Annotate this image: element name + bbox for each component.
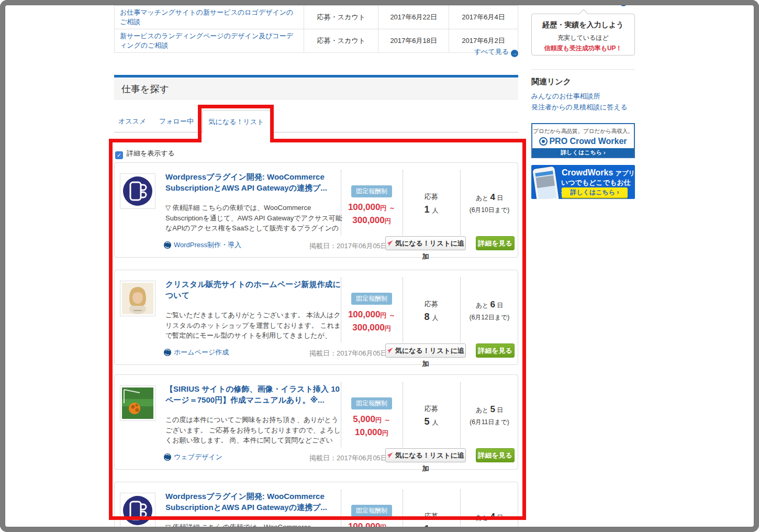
consultation-link[interactable]: お仕事マッチングサイトの新サービスのロゴデザインのご相談 (120, 8, 293, 26)
applicants-column: 応募 5 人 (403, 375, 460, 427)
add-to-watchlist-button[interactable]: 気になる！リストに追加 (385, 236, 466, 250)
category-link[interactable]: ホームページ作成 (164, 348, 229, 357)
job-thumbnail-logo[interactable] (120, 493, 155, 528)
consultation-type: 応募・スカウト (304, 29, 378, 53)
checkbox-checked-icon[interactable] (115, 151, 123, 159)
price-to: 10,000 (355, 427, 382, 437)
job-thumbnail-soccer[interactable] (120, 385, 155, 421)
consultation-date: 2017年6月22日 (378, 6, 449, 29)
yen-label: 円 (385, 325, 391, 332)
deadline-column: あと 5 日 (6月11日まで) (460, 375, 519, 427)
range-label: ～ (384, 416, 390, 424)
enrich-profile-label: プロフィールを充実させる (534, 0, 618, 5)
pro-banner-brand: PRO Crowd Worker (532, 137, 634, 146)
add-to-watchlist-button[interactable]: 気になる！リストに追加 (385, 343, 466, 358)
tooltip-highlight: 信頼度も受注成功率もUP！ (532, 44, 634, 53)
price-from: 5,000 (353, 414, 375, 424)
annotation-tab-box-left (198, 105, 202, 142)
show-details-toggle[interactable]: 詳細を表示する (115, 149, 175, 159)
consultation-link[interactable]: 新サービスのランディングページのデザイン及びコーディングのご相談 (120, 32, 293, 49)
enrich-profile-link[interactable]: プロフィールを充実させる (534, 0, 627, 6)
show-details-label: 詳細を表示する (127, 149, 175, 157)
applicants-label: 応募 (403, 404, 460, 414)
profile-tooltip: 経歴・実績を入力しよう 充実しているほど 信頼度も受注成功率もUP！ (531, 14, 635, 56)
add-to-watchlist-button[interactable]: 気になる！リストに追加 (385, 448, 466, 462)
smartphone-icon (532, 166, 560, 199)
price-column: 固定報酬制 100,000円 ～ 300,000円 (341, 270, 403, 335)
job-description: ▽ 依頼詳細 こちらの依頼では、WooCommerce Subscription… (165, 522, 342, 532)
add-to-watchlist-label: 気になる！リストに追加 (395, 239, 464, 260)
range-label: ～ (389, 312, 395, 319)
related-link-consultation[interactable]: みんなのお仕事相談所 (531, 92, 600, 101)
view-detail-button[interactable]: 詳細を見る (476, 236, 515, 250)
add-to-watchlist-label: 気になる！リストに追加 (395, 451, 464, 472)
tab-watch-list[interactable]: 気になる！リスト (202, 110, 271, 133)
deadline-date: (6月10日まで) (460, 525, 519, 532)
day-label: 日 (497, 194, 503, 202)
annotation-list-box-left (109, 139, 113, 520)
see-all-link[interactable]: すべて見る (474, 47, 518, 57)
deadline-date: (6月11日まで) (460, 418, 519, 427)
tooltip-title: 経歴・実績を入力しよう (532, 20, 634, 30)
pro-brand-label: PRO Crowd Worker (549, 137, 627, 146)
related-link-quote[interactable]: 発注者からの見積相談に答える (531, 103, 628, 112)
job-title-link[interactable]: クリスタル販売サイトのホームページ新規作成について (165, 279, 343, 301)
tab-recommended[interactable]: オススメ (118, 110, 146, 132)
divider (531, 69, 635, 70)
annotation-list-box-top-right (270, 139, 526, 142)
category-link[interactable]: ウェブデザイン (164, 452, 222, 462)
pro-banner-cta[interactable]: 詳しくはこちら › (532, 148, 634, 157)
annotation-tab-box-right (270, 105, 274, 142)
price-column: 固定報酬制 5,000円 ～ 10,000円 (341, 375, 403, 439)
yen-label: 円 (385, 217, 391, 225)
days-left: 5 (490, 404, 495, 414)
posted-date: 掲載日：2017年06月05日 (309, 349, 387, 358)
price-from: 100,000 (348, 522, 380, 531)
job-title-link[interactable]: 【SIRIUS サイトの修飾、画像・イラスト挿入 10ページ＝7500円】作成マ… (165, 383, 343, 405)
job-title-link[interactable]: Wordpressプラグイン開発: WooCommerce Subscripti… (165, 171, 343, 193)
job-thumbnail-logo[interactable] (120, 173, 155, 209)
view-detail-button[interactable]: 詳細を見る (476, 343, 515, 358)
job-card: Wordpressプラグイン開発: WooCommerce Subscripti… (114, 162, 518, 258)
annotation-list-box-right (522, 139, 526, 520)
yen-label: 円 (382, 429, 388, 437)
category-link[interactable]: WordPress制作・導入 (164, 240, 241, 250)
cursor-arrow-icon (387, 347, 394, 354)
app-banner-cta[interactable]: 詳しくはこちら › (562, 187, 628, 197)
annotation-list-box-bottom (109, 516, 526, 520)
view-detail-button[interactable]: 詳細を見る (476, 448, 515, 462)
category-label: ウェブデザイン (174, 453, 222, 461)
price-column: 固定報酬制 100,000円 ～ 300,000円 (341, 163, 403, 227)
tooltip-caret (579, 9, 588, 18)
person-label: 人 (432, 314, 439, 322)
job-card: クリスタル販売サイトのホームページ新規作成について ご覧いただきましてありがとう… (114, 270, 518, 365)
table-row: お仕事マッチングサイトの新サービスのロゴデザインのご相談 応募・スカウト 201… (115, 6, 518, 29)
tooltip-line: 充実しているほど (532, 34, 634, 42)
related-links-heading: 関連リンク (531, 77, 571, 87)
yen-label: 円 (380, 524, 386, 531)
consultation-date: 2017年6月4日 (449, 6, 518, 29)
payment-type-badge: 固定報酬制 (351, 185, 392, 197)
tab-following[interactable]: フォロー中 (159, 110, 194, 132)
posted-date: 掲載日：2017年06月05日 (309, 241, 387, 251)
job-card: Wordpressプラグイン開発: WooCommerce Subscripti… (114, 482, 518, 532)
price-column: 固定報酬制 100,000円 ～ 300,000円 (341, 482, 403, 532)
cursor-arrow-icon (387, 240, 394, 247)
person-label: 人 (432, 207, 439, 214)
applicants-count: 8 (424, 312, 429, 322)
job-title-link[interactable]: Wordpressプラグイン開発: WooCommerce Subscripti… (165, 491, 343, 513)
job-thumbnail-portrait[interactable] (120, 281, 155, 316)
posted-date: 掲載日：2017年06月05日 (309, 453, 387, 463)
pro-crowdworker-banner[interactable]: プロだから高品質。プロだから高収入。 PRO Crowd Worker 詳しくは… (531, 123, 635, 158)
yen-label: 円 (380, 312, 386, 319)
applicants-label: 応募 (403, 192, 460, 202)
crowdworks-app-banner[interactable]: CrowdWorks アプリ いつでもどこでもお仕事 詳しくはこちら › (531, 165, 635, 199)
cursor-arrow-icon (387, 452, 394, 459)
payment-type-badge: 固定報酬制 (351, 293, 392, 305)
deadline-date: (6月10日まで) (460, 206, 519, 215)
remaining-label: あと (476, 302, 489, 309)
deadline-date: (6月12日まで) (460, 313, 519, 322)
yen-label: 円 (375, 416, 382, 424)
jobs-section-header: 仕事を探す (114, 75, 518, 99)
price-to: 300,000 (352, 323, 384, 332)
